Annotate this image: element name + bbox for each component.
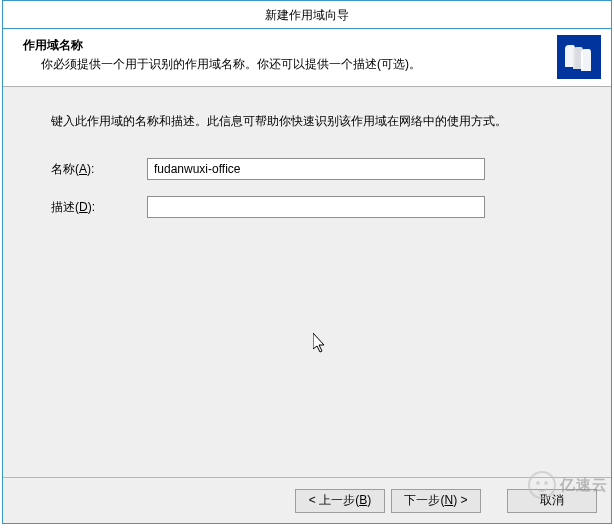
cancel-button[interactable]: 取消	[507, 489, 597, 513]
header-title: 作用域名称	[23, 37, 595, 54]
intro-text: 键入此作用域的名称和描述。此信息可帮助你快速识别该作用域在网络中的使用方式。	[51, 113, 587, 130]
window-title: 新建作用域向导	[265, 8, 349, 22]
name-input[interactable]	[147, 158, 485, 180]
name-row: 名称(A):	[51, 158, 587, 180]
wizard-content: 键入此作用域的名称和描述。此信息可帮助你快速识别该作用域在网络中的使用方式。 名…	[3, 87, 611, 477]
description-input[interactable]	[147, 196, 485, 218]
scope-books-icon	[557, 35, 601, 79]
wizard-window: 新建作用域向导 作用域名称 你必须提供一个用于识别的作用域名称。你还可以提供一个…	[2, 0, 612, 524]
description-row: 描述(D):	[51, 196, 587, 218]
wizard-header: 作用域名称 你必须提供一个用于识别的作用域名称。你还可以提供一个描述(可选)。	[3, 29, 611, 87]
cursor-icon	[313, 333, 329, 355]
wizard-button-bar: < 上一步(B) 下一步(N) > 取消	[3, 477, 611, 523]
back-button[interactable]: < 上一步(B)	[295, 489, 385, 513]
name-label: 名称(A):	[51, 161, 147, 178]
next-button[interactable]: 下一步(N) >	[391, 489, 481, 513]
header-subtitle: 你必须提供一个用于识别的作用域名称。你还可以提供一个描述(可选)。	[41, 56, 595, 73]
window-titlebar[interactable]: 新建作用域向导	[3, 1, 611, 29]
description-label: 描述(D):	[51, 199, 147, 216]
